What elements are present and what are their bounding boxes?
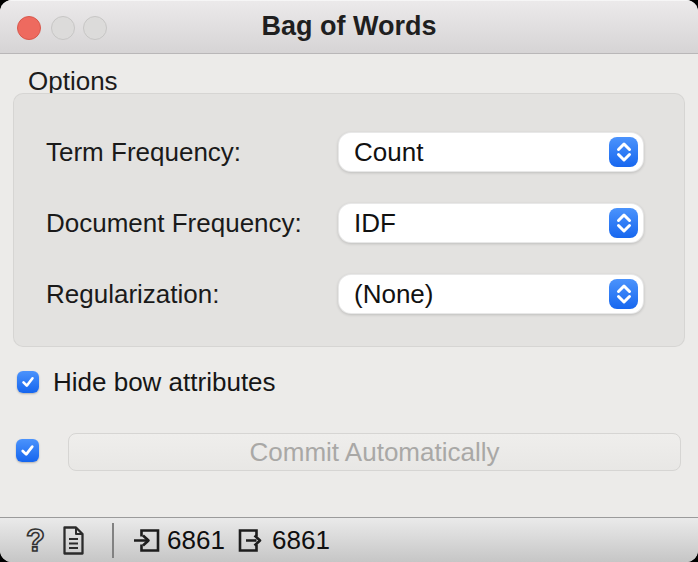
options-groupbox: Term Frequency: Count Document Frequency… [13,93,685,347]
hide-bow-checkbox[interactable] [17,371,39,393]
term-frequency-label: Term Frequency: [46,132,241,172]
output-count: 6861 [272,526,330,555]
statusbar-divider [112,523,114,558]
checkmark-icon [19,373,37,391]
document-frequency-combobox[interactable]: IDF [338,203,644,243]
document-icon[interactable] [61,526,86,559]
document-frequency-value: IDF [354,204,396,242]
dropdown-stepper-icon [609,137,638,167]
dropdown-stepper-icon [609,208,638,238]
auto-commit-checkbox[interactable] [16,439,39,462]
help-icon[interactable]: ? [24,524,47,561]
bag-of-words-window: Bag of Words Options Term Frequency: Cou… [0,0,698,562]
svg-text:?: ? [26,524,45,557]
regularization-combobox[interactable]: (None) [338,274,644,314]
term-frequency-combobox[interactable]: Count [338,132,644,172]
hide-bow-label[interactable]: Hide bow attributes [53,368,276,396]
term-frequency-value: Count [354,133,423,171]
checkmark-icon [18,441,37,460]
regularization-label: Regularization: [46,274,219,314]
titlebar[interactable]: Bag of Words [0,0,698,54]
input-arrow-icon [133,527,161,558]
regularization-value: (None) [354,275,433,313]
input-count: 6861 [167,526,225,555]
status-bar: ? 6861 6861 [0,517,698,562]
output-arrow-icon [237,527,265,558]
window-title: Bag of Words [0,0,698,53]
dropdown-stepper-icon [609,279,638,309]
commit-button[interactable]: Commit Automatically [68,433,681,471]
document-frequency-label: Document Frequency: [46,203,302,243]
